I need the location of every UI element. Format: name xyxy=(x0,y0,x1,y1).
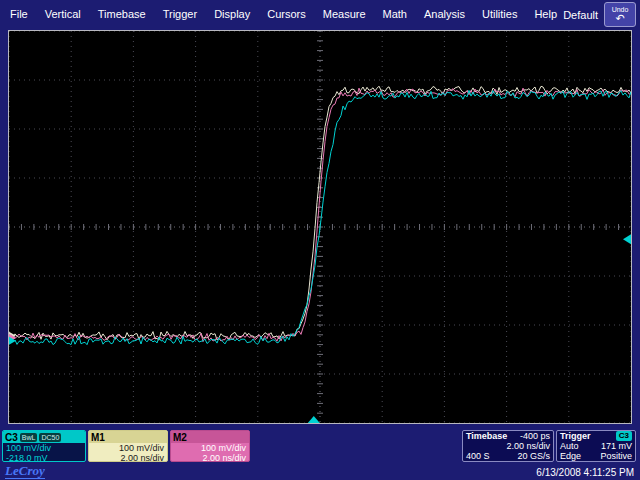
menu-item-utilities[interactable]: Utilities xyxy=(482,8,517,20)
m2-label: M2 xyxy=(173,432,187,443)
menu-item-measure[interactable]: Measure xyxy=(323,8,366,20)
undo-button[interactable]: Undo ↶ xyxy=(604,2,636,27)
m1-volts-per-div: 100 mV/div xyxy=(89,443,167,453)
setup-default-label: Default xyxy=(563,9,598,21)
trigger-level: 171 mV xyxy=(601,441,632,451)
c3-bandwidth-limit-badge: BwL xyxy=(20,433,38,442)
menu-item-cursors[interactable]: Cursors xyxy=(267,8,306,20)
menu-item-math[interactable]: Math xyxy=(383,8,407,20)
trigger-type: Edge xyxy=(560,451,581,461)
menu-item-help[interactable]: Help xyxy=(534,8,557,20)
waveform-display xyxy=(8,30,632,424)
memory-descriptor-m1[interactable]: M1 100 mV/div 2.00 ns/div xyxy=(88,430,168,462)
memory-descriptor-m2[interactable]: M2 100 mV/div 2.00 ns/div xyxy=(170,430,250,462)
m1-label: M1 xyxy=(91,432,105,443)
timebase-descriptor[interactable]: Timebase -400 ps 2.00 ns/div 400 S 20 GS… xyxy=(462,430,554,462)
trigger-source-badge: C3 xyxy=(616,431,632,441)
c3-offset: -218.0 mV xyxy=(3,453,85,462)
menu-item-vertical[interactable]: Vertical xyxy=(45,8,81,20)
menu-item-display[interactable]: Display xyxy=(214,8,250,20)
c3-volts-per-div: 100 mV/div xyxy=(3,443,85,453)
menu-item-timebase[interactable]: Timebase xyxy=(98,8,146,20)
trigger-mode: Auto xyxy=(560,441,579,451)
m2-volts-per-div: 100 mV/div xyxy=(171,443,249,453)
c3-coupling-badge: DC50 xyxy=(39,433,61,442)
datetime-stamp: 6/13/2008 4:11:25 PM xyxy=(536,467,634,478)
scope-graticule-and-traces xyxy=(9,31,631,423)
timebase-sample-rate: 20 GS/s xyxy=(517,451,550,461)
channel-descriptor-c3[interactable]: C3 BwL DC50 100 mV/div -218.0 mV xyxy=(2,430,86,462)
menu-item-analysis[interactable]: Analysis xyxy=(424,8,465,20)
m1-time-per-div: 2.00 ns/div xyxy=(89,453,167,462)
c3-label: C3 xyxy=(5,432,18,443)
timebase-title: Timebase xyxy=(466,431,507,441)
timebase-samples: 400 S xyxy=(466,451,490,461)
timebase-scale: 2.00 ns/div xyxy=(506,441,550,451)
menu-bar: File Vertical Timebase Trigger Display C… xyxy=(0,0,640,28)
undo-arrow-icon: ↶ xyxy=(615,13,624,23)
trigger-title: Trigger xyxy=(560,431,591,441)
trigger-descriptor[interactable]: Trigger C3 Auto 171 mV Edge Positive xyxy=(556,430,636,462)
menu-item-trigger[interactable]: Trigger xyxy=(163,8,197,20)
trigger-slope: Positive xyxy=(600,451,632,461)
lecroy-logo: LeCroy xyxy=(5,464,45,479)
m2-time-per-div: 2.00 ns/div xyxy=(171,453,249,462)
menu-item-file[interactable]: File xyxy=(10,8,28,20)
timebase-position: -400 ps xyxy=(520,431,550,441)
